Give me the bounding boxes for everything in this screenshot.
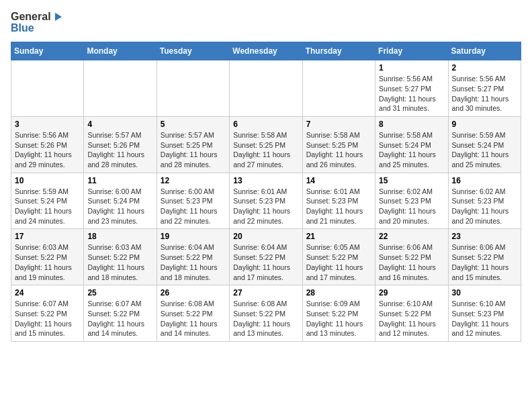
- day-number: 9: [452, 120, 517, 129]
- day-info: Sunrise: 6:10 AM Sunset: 5:22 PM Dayligh…: [379, 299, 444, 338]
- day-number: 7: [306, 120, 371, 129]
- calendar-cell: 7Sunrise: 5:58 AM Sunset: 5:25 PM Daylig…: [302, 116, 375, 173]
- svg-marker-0: [55, 13, 62, 21]
- logo-general-text: General: [11, 11, 51, 23]
- calendar-cell: 20Sunrise: 6:04 AM Sunset: 5:22 PM Dayli…: [230, 229, 302, 285]
- calendar-cell: 3Sunrise: 5:56 AM Sunset: 5:26 PM Daylig…: [11, 116, 84, 173]
- weekday-header-thursday: Thursday: [302, 42, 375, 60]
- calendar-cell: 12Sunrise: 6:00 AM Sunset: 5:23 PM Dayli…: [157, 173, 229, 229]
- calendar-cell: 8Sunrise: 5:58 AM Sunset: 5:24 PM Daylig…: [375, 116, 448, 173]
- calendar-cell: 26Sunrise: 6:08 AM Sunset: 5:22 PM Dayli…: [157, 285, 229, 342]
- calendar-cell: 10Sunrise: 5:59 AM Sunset: 5:24 PM Dayli…: [11, 173, 84, 229]
- day-number: 12: [161, 176, 226, 185]
- day-number: 22: [379, 232, 444, 241]
- day-number: 3: [15, 120, 80, 129]
- calendar-cell: 27Sunrise: 6:08 AM Sunset: 5:22 PM Dayli…: [230, 285, 302, 342]
- calendar-cell: 19Sunrise: 6:04 AM Sunset: 5:22 PM Dayli…: [157, 229, 229, 285]
- day-number: 23: [452, 232, 517, 241]
- calendar-cell: 29Sunrise: 6:10 AM Sunset: 5:22 PM Dayli…: [375, 285, 448, 342]
- calendar-cell: [11, 60, 84, 117]
- calendar-body: 1Sunrise: 5:56 AM Sunset: 5:27 PM Daylig…: [11, 60, 521, 342]
- calendar-cell: [230, 60, 302, 117]
- calendar-cell: 24Sunrise: 6:07 AM Sunset: 5:22 PM Dayli…: [11, 285, 84, 342]
- logo-blue-text: Blue: [11, 22, 63, 34]
- weekday-header-friday: Friday: [375, 42, 448, 60]
- day-info: Sunrise: 5:59 AM Sunset: 5:24 PM Dayligh…: [452, 130, 517, 170]
- day-number: 4: [87, 120, 152, 129]
- weekday-header-saturday: Saturday: [448, 42, 521, 60]
- calendar-cell: 18Sunrise: 6:03 AM Sunset: 5:22 PM Dayli…: [84, 229, 157, 285]
- day-info: Sunrise: 6:04 AM Sunset: 5:22 PM Dayligh…: [233, 242, 298, 282]
- day-info: Sunrise: 6:00 AM Sunset: 5:23 PM Dayligh…: [161, 187, 226, 226]
- calendar-cell: 13Sunrise: 6:01 AM Sunset: 5:23 PM Dayli…: [230, 173, 302, 229]
- day-info: Sunrise: 6:01 AM Sunset: 5:23 PM Dayligh…: [306, 187, 371, 226]
- calendar-cell: 2Sunrise: 5:56 AM Sunset: 5:27 PM Daylig…: [448, 60, 521, 117]
- day-info: Sunrise: 6:03 AM Sunset: 5:22 PM Dayligh…: [87, 242, 152, 282]
- week-row-4: 24Sunrise: 6:07 AM Sunset: 5:22 PM Dayli…: [11, 285, 521, 342]
- day-info: Sunrise: 6:02 AM Sunset: 5:23 PM Dayligh…: [379, 187, 444, 226]
- day-info: Sunrise: 6:01 AM Sunset: 5:23 PM Dayligh…: [233, 187, 298, 226]
- calendar-cell: 6Sunrise: 5:58 AM Sunset: 5:25 PM Daylig…: [230, 116, 302, 173]
- day-number: 6: [233, 120, 298, 129]
- day-info: Sunrise: 5:56 AM Sunset: 5:27 PM Dayligh…: [379, 74, 444, 113]
- day-info: Sunrise: 6:07 AM Sunset: 5:22 PM Dayligh…: [15, 299, 80, 338]
- day-number: 2: [452, 63, 517, 73]
- day-number: 13: [233, 176, 298, 185]
- day-number: 16: [452, 176, 517, 185]
- calendar-table: SundayMondayTuesdayWednesdayThursdayFrid…: [11, 42, 521, 342]
- day-info: Sunrise: 5:58 AM Sunset: 5:25 PM Dayligh…: [306, 130, 371, 170]
- day-number: 18: [87, 232, 152, 241]
- weekday-header-tuesday: Tuesday: [157, 42, 229, 60]
- day-info: Sunrise: 5:57 AM Sunset: 5:25 PM Dayligh…: [161, 130, 226, 170]
- day-number: 25: [87, 288, 152, 298]
- day-number: 11: [87, 176, 152, 185]
- day-number: 10: [15, 176, 80, 185]
- day-number: 29: [379, 288, 444, 298]
- day-info: Sunrise: 5:57 AM Sunset: 5:26 PM Dayligh…: [87, 130, 152, 170]
- day-number: 28: [306, 288, 371, 298]
- calendar-cell: 9Sunrise: 5:59 AM Sunset: 5:24 PM Daylig…: [448, 116, 521, 173]
- weekday-header-sunday: Sunday: [11, 42, 84, 60]
- calendar-cell: 14Sunrise: 6:01 AM Sunset: 5:23 PM Dayli…: [302, 173, 375, 229]
- calendar-cell: 25Sunrise: 6:07 AM Sunset: 5:22 PM Dayli…: [84, 285, 157, 342]
- calendar-cell: 11Sunrise: 6:00 AM Sunset: 5:24 PM Dayli…: [84, 173, 157, 229]
- week-row-2: 10Sunrise: 5:59 AM Sunset: 5:24 PM Dayli…: [11, 173, 521, 229]
- week-row-3: 17Sunrise: 6:03 AM Sunset: 5:22 PM Dayli…: [11, 229, 521, 285]
- page-header: General Blue: [11, 11, 521, 34]
- calendar-cell: 30Sunrise: 6:10 AM Sunset: 5:23 PM Dayli…: [448, 285, 521, 342]
- day-number: 19: [161, 232, 226, 241]
- day-info: Sunrise: 6:03 AM Sunset: 5:22 PM Dayligh…: [15, 242, 80, 282]
- day-info: Sunrise: 6:05 AM Sunset: 5:22 PM Dayligh…: [306, 242, 371, 282]
- day-info: Sunrise: 6:08 AM Sunset: 5:22 PM Dayligh…: [233, 299, 298, 338]
- day-info: Sunrise: 6:04 AM Sunset: 5:22 PM Dayligh…: [161, 242, 226, 282]
- calendar-cell: 1Sunrise: 5:56 AM Sunset: 5:27 PM Daylig…: [375, 60, 448, 117]
- calendar-cell: [157, 60, 229, 117]
- day-info: Sunrise: 6:00 AM Sunset: 5:24 PM Dayligh…: [87, 187, 152, 226]
- logo-arrow-icon: [52, 11, 63, 22]
- day-number: 1: [379, 63, 444, 73]
- day-number: 21: [306, 232, 371, 241]
- calendar-cell: 21Sunrise: 6:05 AM Sunset: 5:22 PM Dayli…: [302, 229, 375, 285]
- day-info: Sunrise: 5:56 AM Sunset: 5:27 PM Dayligh…: [452, 74, 517, 113]
- day-number: 26: [161, 288, 226, 298]
- day-info: Sunrise: 6:10 AM Sunset: 5:23 PM Dayligh…: [452, 299, 517, 338]
- week-row-0: 1Sunrise: 5:56 AM Sunset: 5:27 PM Daylig…: [11, 60, 521, 117]
- day-number: 8: [379, 120, 444, 129]
- day-info: Sunrise: 6:06 AM Sunset: 5:22 PM Dayligh…: [452, 242, 517, 282]
- logo-svg-block: General Blue: [11, 11, 63, 34]
- calendar-cell: [84, 60, 157, 117]
- calendar-cell: 17Sunrise: 6:03 AM Sunset: 5:22 PM Dayli…: [11, 229, 84, 285]
- weekday-header-monday: Monday: [84, 42, 157, 60]
- day-number: 5: [161, 120, 226, 129]
- day-info: Sunrise: 5:56 AM Sunset: 5:26 PM Dayligh…: [15, 130, 80, 170]
- day-info: Sunrise: 6:08 AM Sunset: 5:22 PM Dayligh…: [161, 299, 226, 338]
- day-info: Sunrise: 6:02 AM Sunset: 5:23 PM Dayligh…: [452, 187, 517, 226]
- weekday-header-row: SundayMondayTuesdayWednesdayThursdayFrid…: [11, 42, 521, 60]
- week-row-1: 3Sunrise: 5:56 AM Sunset: 5:26 PM Daylig…: [11, 116, 521, 173]
- day-number: 15: [379, 176, 444, 185]
- day-info: Sunrise: 5:58 AM Sunset: 5:24 PM Dayligh…: [379, 130, 444, 170]
- day-number: 14: [306, 176, 371, 185]
- calendar-cell: [302, 60, 375, 117]
- calendar-cell: 5Sunrise: 5:57 AM Sunset: 5:25 PM Daylig…: [157, 116, 229, 173]
- day-number: 17: [15, 232, 80, 241]
